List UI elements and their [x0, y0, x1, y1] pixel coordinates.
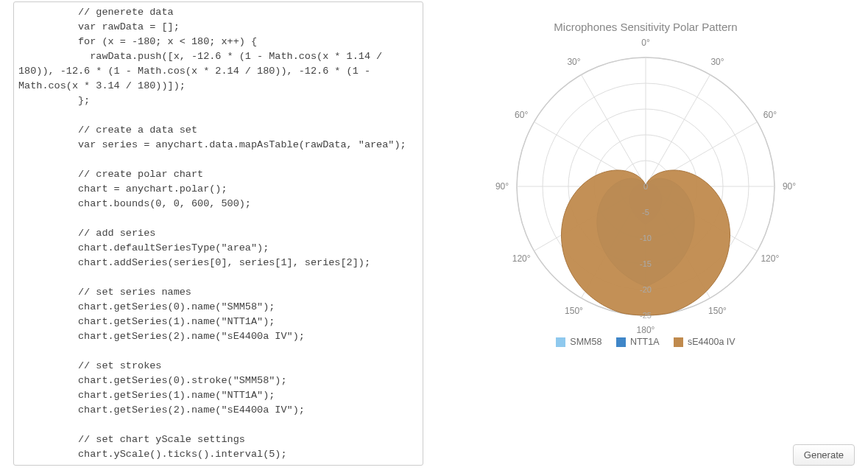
- chart-pane: Microphones Sensitivity Polar Pattern 0°…: [423, 0, 868, 473]
- radial-tick-label: -25: [640, 311, 652, 320]
- angle-tick-label: 120°: [512, 253, 531, 264]
- radial-tick-label: -10: [640, 234, 652, 242]
- angle-tick-label: 60°: [763, 110, 777, 120]
- angle-tick-label: 0°: [641, 38, 649, 48]
- angle-tick-label: 150°: [708, 306, 727, 316]
- legend-swatch: [674, 337, 683, 347]
- code-editor[interactable]: // generete data var rawData = []; for (…: [13, 1, 423, 466]
- legend-label: SMM58: [570, 337, 601, 347]
- legend-item-smm58[interactable]: SMM58: [556, 337, 601, 347]
- legend-label: sE4400a IV: [688, 337, 735, 347]
- angle-tick-label: 60°: [515, 110, 528, 120]
- angle-tick-label: 180°: [637, 325, 655, 335]
- radial-tick-label: -15: [640, 259, 652, 268]
- chart-legend: SMM58 NTT1A sE4400a IV: [423, 337, 868, 349]
- legend-item-ntt1a[interactable]: NTT1A: [616, 337, 660, 347]
- radial-tick-label: -5: [642, 208, 649, 217]
- angle-tick-label: 150°: [565, 306, 583, 316]
- legend-label: NTT1A: [630, 337, 660, 347]
- legend-swatch: [616, 337, 626, 347]
- radial-tick-label: -20: [640, 285, 652, 294]
- svg-line-7: [646, 74, 710, 186]
- chart-title: Microphones Sensitivity Polar Pattern: [423, 21, 868, 33]
- legend-item-se4400a[interactable]: sE4400a IV: [674, 337, 735, 347]
- angle-tick-label: 30°: [567, 57, 580, 67]
- code-pane: // generete data var rawData = []; for (…: [0, 0, 423, 473]
- legend-swatch: [556, 337, 565, 347]
- polar-chart: 0°30°60°90°120°150°180°150°120°90°60°30°…: [476, 39, 815, 334]
- radial-tick-label: 0: [643, 182, 648, 191]
- svg-line-17: [582, 74, 646, 186]
- angle-tick-label: 30°: [710, 57, 724, 67]
- main-layout: // generete data var rawData = []; for (…: [0, 0, 868, 473]
- angle-tick-label: 90°: [495, 181, 509, 192]
- angle-tick-label: 90°: [783, 181, 796, 192]
- angle-tick-label: 120°: [761, 253, 779, 264]
- generate-button[interactable]: Generate: [793, 444, 855, 466]
